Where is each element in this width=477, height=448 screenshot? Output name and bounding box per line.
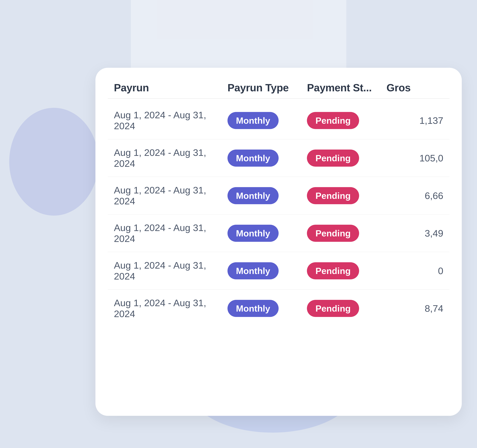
table-body: Aug 1, 2024 - Aug 31, 2024 Monthly Pendi… <box>108 102 449 327</box>
payment-status-cell: Pending <box>307 262 387 279</box>
monthly-badge: Monthly <box>227 112 279 129</box>
main-card: Payrun Payrun Type Payment St... Gros Au… <box>95 68 462 416</box>
table-row[interactable]: Aug 1, 2024 - Aug 31, 2024 Monthly Pendi… <box>108 177 449 215</box>
payrun-type-cell: Monthly <box>227 112 307 129</box>
pending-badge: Pending <box>307 112 359 129</box>
payment-status-cell: Pending <box>307 150 387 167</box>
payrun-type-cell: Monthly <box>227 300 307 317</box>
table-row[interactable]: Aug 1, 2024 - Aug 31, 2024 Monthly Pendi… <box>108 290 449 327</box>
header-payment-status: Payment St... <box>307 82 387 94</box>
payrun-date: Aug 1, 2024 - Aug 31, 2024 <box>114 185 227 206</box>
gross-value: 6,66 <box>387 190 443 201</box>
monthly-badge: Monthly <box>227 262 279 279</box>
payment-status-cell: Pending <box>307 187 387 204</box>
gross-value: 1,137 <box>387 115 443 126</box>
header-payrun: Payrun <box>114 82 227 94</box>
table-header: Payrun Payrun Type Payment St... Gros <box>108 77 449 99</box>
payment-status-cell: Pending <box>307 300 387 317</box>
pending-badge: Pending <box>307 187 359 204</box>
pending-badge: Pending <box>307 225 359 242</box>
pending-badge: Pending <box>307 262 359 279</box>
table-row[interactable]: Aug 1, 2024 - Aug 31, 2024 Monthly Pendi… <box>108 215 449 252</box>
monthly-badge: Monthly <box>227 187 279 204</box>
payrun-type-cell: Monthly <box>227 150 307 167</box>
payrun-type-cell: Monthly <box>227 225 307 242</box>
monthly-badge: Monthly <box>227 225 279 242</box>
payrun-date: Aug 1, 2024 - Aug 31, 2024 <box>114 297 227 319</box>
table-row[interactable]: Aug 1, 2024 - Aug 31, 2024 Monthly Pendi… <box>108 102 449 139</box>
payrun-date: Aug 1, 2024 - Aug 31, 2024 <box>114 109 227 131</box>
gross-value: 0 <box>387 265 443 276</box>
header-payrun-type: Payrun Type <box>227 82 307 94</box>
pending-badge: Pending <box>307 150 359 167</box>
payrun-date: Aug 1, 2024 - Aug 31, 2024 <box>114 222 227 244</box>
header-gross: Gros <box>387 82 443 94</box>
monthly-badge: Monthly <box>227 300 279 317</box>
payment-status-cell: Pending <box>307 225 387 242</box>
payrun-date: Aug 1, 2024 - Aug 31, 2024 <box>114 147 227 169</box>
table-row[interactable]: Aug 1, 2024 - Aug 31, 2024 Monthly Pendi… <box>108 139 449 177</box>
payrun-type-cell: Monthly <box>227 187 307 204</box>
payrun-date: Aug 1, 2024 - Aug 31, 2024 <box>114 260 227 282</box>
bg-blob-left <box>9 108 99 216</box>
payment-status-cell: Pending <box>307 112 387 129</box>
gross-value: 3,49 <box>387 228 443 239</box>
monthly-badge: Monthly <box>227 150 279 167</box>
gross-value: 8,74 <box>387 303 443 314</box>
payrun-type-cell: Monthly <box>227 262 307 279</box>
pending-badge: Pending <box>307 300 359 317</box>
gross-value: 105,0 <box>387 153 443 163</box>
table-container: Payrun Payrun Type Payment St... Gros Au… <box>95 68 462 416</box>
table-row[interactable]: Aug 1, 2024 - Aug 31, 2024 Monthly Pendi… <box>108 252 449 290</box>
